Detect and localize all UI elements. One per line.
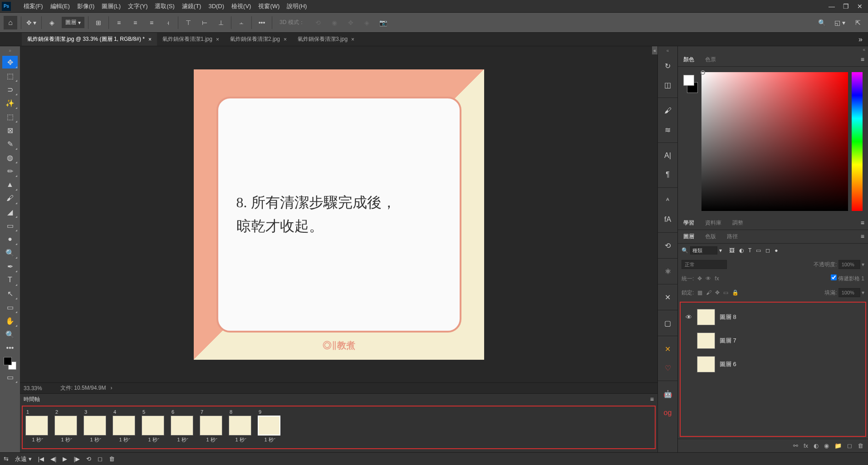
learn-panel-menu-icon[interactable]: ≡	[857, 216, 868, 230]
healing-tool[interactable]: ◍	[2, 151, 18, 164]
color-tab[interactable]: 顏色	[678, 53, 700, 66]
group-icon[interactable]: 📁	[834, 442, 842, 449]
loop-mode[interactable]: 永遠 ▾	[15, 455, 32, 463]
3d-zoom-icon[interactable]: 📷	[377, 16, 390, 29]
align-bottom-icon[interactable]: ⊥	[215, 16, 227, 29]
mask-icon[interactable]: ◐	[814, 442, 819, 449]
blur-tool[interactable]: ●	[2, 233, 18, 245]
menu-view[interactable]: 檢視(V)	[228, 2, 255, 10]
pen-tool[interactable]: ✒	[2, 260, 18, 273]
timeline-frame[interactable]: 81 秒˅	[229, 409, 253, 445]
layer-item[interactable]: 👁圖層 8	[683, 305, 863, 329]
timeline-frame[interactable]: 91 秒˅	[258, 409, 282, 445]
timeline-toggle-icon[interactable]: ⇆	[4, 455, 9, 462]
type-tool[interactable]: T	[2, 274, 18, 286]
align-top-icon[interactable]: ⊤	[182, 16, 195, 29]
3d-orbit-icon[interactable]: ⟲	[312, 16, 324, 29]
timeline-frame[interactable]: 41 秒˅	[113, 409, 137, 445]
tab-close-icon[interactable]: ×	[216, 36, 219, 43]
doc-tab-3[interactable]: 氣炸鍋保養清潔2.jpg×	[225, 33, 292, 46]
tab-close-icon[interactable]: ×	[284, 36, 287, 43]
maximize-icon[interactable]: ❐	[843, 3, 849, 10]
propagate-checkbox[interactable]	[831, 274, 837, 280]
workspace-icon[interactable]: ◱ ▾	[834, 16, 846, 29]
filter-shape-icon[interactable]: ▭	[756, 247, 761, 254]
align-justify-icon[interactable]: ⫞	[162, 16, 174, 29]
glyphs-icon[interactable]: ᴬ	[662, 194, 674, 207]
opacity-input[interactable]	[839, 260, 860, 269]
edit-toolbar[interactable]: •••	[2, 342, 18, 354]
more-tabs-icon[interactable]: »	[853, 35, 868, 44]
canvas-viewport[interactable]: 8. 所有清潔步驟完成後， 晾乾才收起。 ◎‖教煮	[20, 46, 657, 382]
menu-file[interactable]: 檔案(F)	[20, 2, 47, 10]
gradient-tool[interactable]: ▭	[2, 219, 18, 232]
first-frame-icon[interactable]: |◀	[38, 455, 44, 462]
menu-edit[interactable]: 編輯(E)	[47, 2, 74, 10]
auto-select-icon[interactable]: ◈	[45, 16, 58, 29]
duplicate-frame-icon[interactable]: ◻	[98, 455, 103, 462]
align-right-icon[interactable]: ≡	[145, 16, 158, 29]
3d-icon[interactable]: ◫	[662, 78, 674, 91]
paths-tab[interactable]: 路徑	[721, 230, 743, 243]
align-middle-v-icon[interactable]: ⊢	[198, 16, 211, 29]
move-tool-icon[interactable]: ✥ ▾	[25, 16, 38, 29]
doc-tab-4[interactable]: 氣炸鍋保養清潔3.jpg×	[292, 33, 360, 46]
3d-roll-icon[interactable]: ◉	[328, 16, 341, 29]
gold-utensils-icon[interactable]: ✕	[662, 343, 674, 355]
color-panel-menu-icon[interactable]: ≡	[857, 53, 868, 66]
stamp-tool[interactable]: ▲	[2, 178, 18, 191]
timeline-frame[interactable]: 51 秒˅	[142, 409, 166, 445]
filter-switch-icon[interactable]: ●	[775, 247, 778, 254]
lock-position-icon[interactable]: ✥	[715, 289, 720, 296]
adjust-tab[interactable]: 調整	[727, 216, 749, 230]
distribute-icon[interactable]: ⫠	[235, 16, 248, 29]
play-icon[interactable]: ▶	[63, 455, 67, 462]
channels-tab[interactable]: 色版	[700, 230, 721, 243]
atom-icon[interactable]: ⚛	[662, 265, 674, 278]
shape-tool[interactable]: ▭	[2, 301, 18, 313]
lock-artboard-icon[interactable]: ▭	[723, 289, 728, 296]
zoom-level[interactable]: 33.33%	[24, 385, 42, 392]
move-tool[interactable]: ✥	[2, 56, 18, 69]
brush-settings-icon[interactable]: 🖌	[662, 104, 674, 117]
fx-icon[interactable]: fx	[804, 442, 808, 449]
new-layer-icon[interactable]: ◻	[847, 442, 852, 449]
foreground-color[interactable]	[683, 75, 694, 86]
3d-pan-icon[interactable]: ✥	[344, 16, 357, 29]
hue-slider[interactable]	[852, 72, 863, 211]
unify-visibility-icon[interactable]: 👁	[706, 275, 711, 282]
filter-adjust-icon[interactable]: ◐	[739, 247, 744, 254]
unify-position-icon[interactable]: ✥	[697, 275, 702, 282]
brush-tool[interactable]: ✏	[2, 165, 18, 177]
layer-item[interactable]: 圖層 6	[683, 352, 863, 376]
zoom-tool[interactable]: 🔍	[2, 328, 18, 341]
character-icon[interactable]: A|	[662, 149, 674, 162]
delete-layer-icon[interactable]: 🗑	[858, 442, 863, 449]
path-tool[interactable]: ↖	[2, 287, 18, 300]
minimize-icon[interactable]: —	[829, 3, 835, 10]
lock-all-icon[interactable]: 🔒	[732, 289, 739, 296]
next-frame-icon[interactable]: |▶	[74, 455, 79, 462]
filter-pixel-icon[interactable]: 🖼	[729, 247, 735, 254]
search-icon[interactable]: 🔍	[815, 16, 828, 29]
hand-tool[interactable]: ✋	[2, 314, 18, 327]
heart-icon[interactable]: ♡	[662, 362, 674, 374]
lasso-tool[interactable]: ⊃	[2, 83, 18, 96]
more-align-icon[interactable]: •••	[255, 16, 268, 29]
menu-filter[interactable]: 濾鏡(T)	[178, 2, 205, 10]
fill-input[interactable]	[839, 288, 860, 297]
menu-window[interactable]: 視窗(W)	[255, 2, 283, 10]
screen-mode[interactable]: ▭	[2, 371, 18, 383]
robot-icon[interactable]: 🤖	[662, 387, 674, 400]
timeline-frame[interactable]: 71 秒˅	[200, 409, 224, 445]
brushes-icon[interactable]: ≋	[662, 123, 674, 136]
auto-select-layer[interactable]: 圖層 ▾	[62, 17, 84, 28]
doc-tab-1[interactable]: 氣炸鍋保養清潔.jpg @ 33.3% (圖層 1, RGB/8#) *×	[22, 33, 157, 46]
menu-3d[interactable]: 3D(D)	[205, 3, 228, 10]
layers-tab[interactable]: 圖層	[678, 230, 700, 243]
filter-smart-icon[interactable]: ◻	[765, 247, 770, 254]
lock-transparent-icon[interactable]: ▦	[697, 289, 702, 296]
prev-frame-icon[interactable]: ◀|	[50, 455, 56, 462]
library-tab[interactable]: 資料庫	[700, 216, 727, 230]
timeline-menu-icon[interactable]: ≡	[650, 396, 654, 403]
